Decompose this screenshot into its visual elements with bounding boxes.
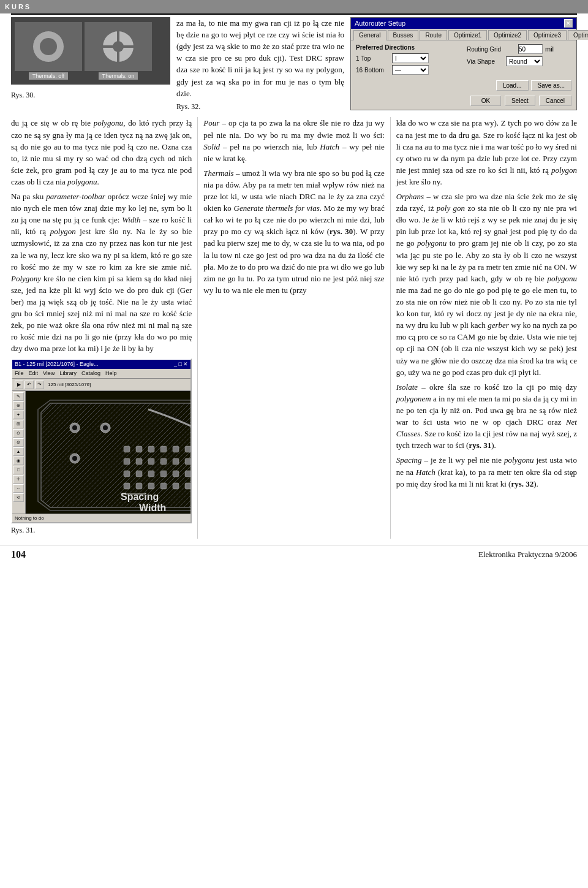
svg-rect-23 bbox=[185, 471, 190, 477]
sidebar-btn-11[interactable]: ↔ bbox=[13, 484, 24, 493]
via-2-hole bbox=[103, 425, 108, 430]
sidebar-btn-6[interactable]: ⊘ bbox=[13, 438, 24, 447]
eagle-toolbar: ▶ ↶ ↷ 125 mil [3025/1076] bbox=[12, 379, 190, 391]
col3-para2: Orphans – w cza sie pro wa dze nia ście … bbox=[396, 191, 577, 378]
menu-file[interactable]: File bbox=[15, 370, 24, 378]
svg-rect-2 bbox=[124, 446, 130, 452]
svg-rect-4 bbox=[148, 446, 154, 452]
thermal-on-label: Thermals: on bbox=[99, 72, 138, 80]
toolbar-btn-3[interactable]: ↷ bbox=[35, 381, 44, 389]
svg-rect-15 bbox=[185, 458, 190, 465]
thermal-on-graphic bbox=[85, 22, 152, 71]
svg-rect-19 bbox=[136, 471, 142, 477]
pcb-width-label: Width bbox=[139, 503, 166, 513]
tab-optimize1[interactable]: Optimize1 bbox=[448, 30, 487, 40]
routing-grid-row: Routing Grid mil bbox=[467, 44, 571, 54]
sidebar-btn-10[interactable]: ✛ bbox=[13, 475, 24, 484]
rys30-label: Rys. 30. bbox=[11, 91, 170, 100]
layer-16-label: 16 Bottom bbox=[356, 67, 390, 74]
sidebar-btn-7[interactable]: ▲ bbox=[13, 447, 24, 456]
via-1-hole bbox=[72, 425, 77, 430]
header-title: KURS bbox=[5, 3, 31, 10]
dialog-close-button[interactable]: ✕ bbox=[564, 19, 573, 28]
ok-button[interactable]: OK bbox=[470, 96, 501, 106]
sidebar-btn-1[interactable]: ✎ bbox=[13, 392, 24, 401]
cancel-button[interactable]: Cancel bbox=[539, 96, 571, 106]
load-button[interactable]: Load... bbox=[496, 80, 529, 91]
text-col1: du ją ce się w ob rę bie polygonu, do kt… bbox=[11, 117, 197, 538]
svg-rect-11 bbox=[136, 458, 142, 465]
tab-general[interactable]: General bbox=[353, 30, 386, 40]
select-button[interactable]: Select bbox=[505, 96, 535, 106]
routing-grid-input[interactable] bbox=[518, 44, 543, 54]
dialog-title: Autorouter Setup bbox=[355, 20, 405, 27]
eagle-canvas: Spacing Isolate Width bbox=[26, 391, 190, 514]
tab-busses[interactable]: Busses bbox=[388, 30, 419, 40]
sidebar-btn-12[interactable]: ⟲ bbox=[13, 493, 24, 502]
eagle-statusbar: Nothing to do bbox=[12, 514, 190, 522]
col2-para2: Thermals – umoż li wia wy bra nie spo so… bbox=[203, 167, 384, 296]
statusbar-text: Nothing to do bbox=[15, 515, 44, 521]
toolbar-btn-2[interactable]: ↶ bbox=[24, 381, 34, 389]
toolbar-coord: 125 mil [3025/1076] bbox=[48, 381, 91, 389]
svg-rect-20 bbox=[148, 471, 154, 477]
sidebar-btn-9[interactable]: □ bbox=[13, 466, 24, 474]
pcb-spacing-label: Spacing bbox=[121, 491, 159, 502]
menu-edit[interactable]: Edit bbox=[29, 370, 39, 378]
layer-1-select[interactable]: I — / * | bbox=[392, 53, 429, 63]
menu-help[interactable]: Help bbox=[105, 370, 117, 378]
eagle-titlebar: B1 - 125 mil [2021/1076] - Eagle... _ □ … bbox=[12, 360, 190, 369]
routing-grid-unit: mil bbox=[545, 45, 554, 53]
col1-para2: Na pa sku parameter-toolbar oprócz wcze … bbox=[11, 191, 192, 355]
svg-rect-28 bbox=[148, 483, 154, 489]
dialog-titlebar: Autorouter Setup ✕ bbox=[351, 18, 576, 29]
sidebar-btn-4[interactable]: ⊞ bbox=[13, 420, 24, 428]
via-shape-label: Via Shape bbox=[467, 58, 503, 65]
eagle-sidebar: ✎ ⊕ ✦ ⊞ ⊙ ⊘ ▲ ◉ □ ✛ ↔ ⟲ bbox=[12, 391, 26, 514]
tab-optimize3[interactable]: Optimize3 bbox=[528, 30, 567, 40]
sidebar-btn-5[interactable]: ⊙ bbox=[13, 429, 24, 438]
page-number: 104 bbox=[11, 549, 26, 560]
eagle-menubar: File Edit View Library Catalog Help bbox=[12, 369, 190, 379]
svg-rect-22 bbox=[173, 471, 179, 477]
page-footer: 104 Elektronika Praktyczna 9/2006 bbox=[0, 545, 588, 564]
svg-rect-26 bbox=[124, 483, 130, 489]
thermal-off-item: Thermals: off bbox=[15, 22, 82, 80]
sidebar-btn-3[interactable]: ✦ bbox=[13, 411, 24, 419]
save-as-button[interactable]: Save as... bbox=[531, 80, 571, 91]
toolbar-btn-1[interactable]: ▶ bbox=[15, 381, 23, 389]
svg-rect-29 bbox=[160, 483, 167, 489]
svg-rect-14 bbox=[173, 458, 179, 465]
menu-catalog[interactable]: Catalog bbox=[81, 370, 100, 378]
svg-rect-10 bbox=[124, 458, 130, 465]
dialog-tabs: General Busses Route Optimize1 Optimize2… bbox=[351, 29, 576, 40]
menu-library[interactable]: Library bbox=[59, 370, 77, 378]
tab-optimize2[interactable]: Optimize2 bbox=[488, 30, 527, 40]
pcb-copper-polygon bbox=[41, 403, 190, 507]
eagle-title: B1 - 125 mil [2021/1076] - Eagle... bbox=[15, 360, 99, 368]
svg-rect-3 bbox=[136, 446, 142, 452]
thermal-off-inner bbox=[40, 38, 57, 55]
col2-para1: Pour – op cja ta po zwa la na okre śle n… bbox=[203, 117, 384, 164]
dialog-ok-row: OK Select Cancel bbox=[356, 96, 571, 106]
thermal-off-graphic bbox=[15, 22, 82, 71]
sidebar-btn-2[interactable]: ⊕ bbox=[13, 401, 24, 410]
menu-view[interactable]: View bbox=[43, 370, 55, 378]
header-bar: KURS bbox=[0, 0, 588, 13]
autorouter-dialog-block: Autorouter Setup ✕ General Busses Route … bbox=[350, 17, 577, 113]
tab-route[interactable]: Route bbox=[420, 30, 447, 40]
col3-para3: Isolate – okre śla sze ro kość izo la cj… bbox=[396, 381, 577, 452]
sidebar-btn-8[interactable]: ◉ bbox=[13, 457, 24, 465]
layer-16-select[interactable]: — I / bbox=[392, 65, 429, 75]
rys32-label: Rys. 32. bbox=[176, 102, 344, 113]
via-shape-select[interactable]: Round Square Octagon bbox=[506, 56, 543, 66]
via-3-hole bbox=[72, 456, 77, 461]
svg-rect-13 bbox=[160, 458, 167, 465]
thermal-off-circle bbox=[33, 31, 64, 62]
tab-optimize4[interactable]: Optimize4 bbox=[568, 30, 588, 40]
via-shape-row: Via Shape Round Square Octagon bbox=[467, 56, 571, 66]
svg-rect-7 bbox=[185, 446, 190, 452]
three-col-text: du ją ce się w ob rę bie polygonu, do kt… bbox=[11, 117, 577, 538]
svg-rect-30 bbox=[173, 483, 179, 489]
thermal-off-label: Thermals: off bbox=[29, 72, 68, 80]
